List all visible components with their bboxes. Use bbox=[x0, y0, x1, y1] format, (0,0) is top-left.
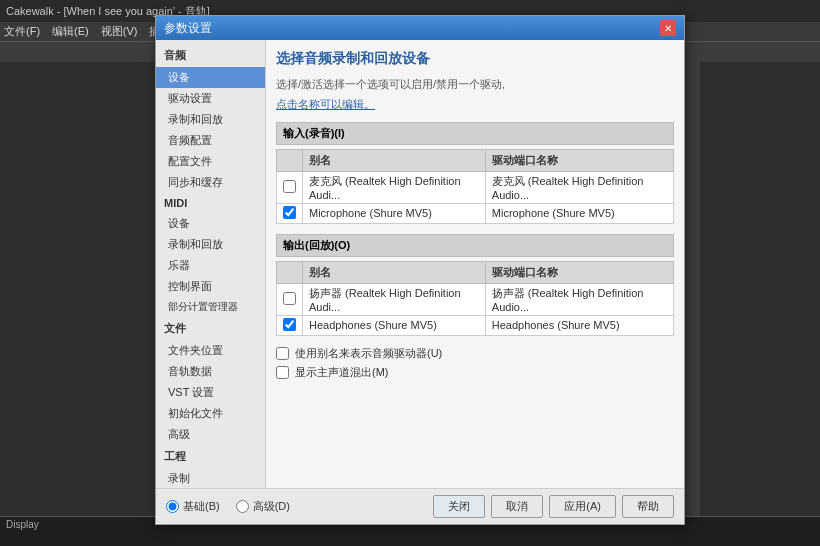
content-desc2[interactable]: 点击名称可以编辑。 bbox=[276, 97, 674, 112]
sidebar-item-track-data[interactable]: 音轨数据 bbox=[156, 361, 265, 382]
sidebar-item-driver-settings[interactable]: 驱动设置 bbox=[156, 88, 265, 109]
sidebar-item-record-playback[interactable]: 录制和回放 bbox=[156, 109, 265, 130]
output-device-2-checkbox-cell[interactable] bbox=[277, 315, 303, 335]
sidebar-item-audio-config[interactable]: 音频配置 bbox=[156, 130, 265, 151]
show-master-label: 显示主声道混出(M) bbox=[295, 365, 389, 380]
help-button[interactable]: 帮助 bbox=[622, 495, 674, 518]
output-device-table: 别名 驱动端口名称 扬声器 (Realtek High Definition A… bbox=[276, 261, 674, 336]
apply-button[interactable]: 应用(A) bbox=[549, 495, 616, 518]
input-device-2-checkbox[interactable] bbox=[283, 206, 296, 219]
input-table-check-header bbox=[277, 149, 303, 171]
output-device-2-driver[interactable]: Headphones (Shure MV5) bbox=[485, 315, 673, 335]
menu-view[interactable]: 视图(V) bbox=[101, 24, 138, 39]
table-row: 麦克风 (Realtek High Definition Audi... 麦克风… bbox=[277, 171, 674, 203]
sidebar-item-midi-record[interactable]: 录制和回放 bbox=[156, 234, 265, 255]
input-device-2-checkbox-cell[interactable] bbox=[277, 203, 303, 223]
output-device-1-name[interactable]: 扬声器 (Realtek High Definition Audi... bbox=[303, 283, 486, 315]
sidebar-item-record[interactable]: 录制 bbox=[156, 468, 265, 488]
show-master-checkbox[interactable] bbox=[276, 366, 289, 379]
dialog-sidebar: 音频 设备 驱动设置 录制和回放 音频配置 配置文件 同步和缓存 MIDI 设备… bbox=[156, 40, 266, 488]
radio-advanced: 高级(D) bbox=[236, 499, 290, 514]
output-table-name-header: 别名 bbox=[303, 261, 486, 283]
input-table-name-header: 别名 bbox=[303, 149, 486, 171]
input-device-table: 别名 驱动端口名称 麦克风 (Realtek High Definition A… bbox=[276, 149, 674, 224]
radio-basic: 基础(B) bbox=[166, 499, 220, 514]
output-device-1-checkbox[interactable] bbox=[283, 292, 296, 305]
sidebar-item-vst-settings[interactable]: VST 设置 bbox=[156, 382, 265, 403]
dialog-main-content: 选择音频录制和回放设备 选择/激活选择一个选项可以启用/禁用一个驱动, 点击名称… bbox=[266, 40, 684, 488]
input-device-1-checkbox-cell[interactable] bbox=[277, 171, 303, 203]
content-desc1: 选择/激活选择一个选项可以启用/禁用一个驱动, bbox=[276, 76, 674, 93]
sidebar-item-partial-manager[interactable]: 部分计置管理器 bbox=[156, 297, 265, 317]
input-device-1-checkbox[interactable] bbox=[283, 180, 296, 193]
dialog-footer-left: 基础(B) 高级(D) bbox=[166, 499, 290, 514]
sidebar-section-file: 文件 bbox=[156, 317, 265, 340]
output-table-check-header bbox=[277, 261, 303, 283]
cancel-button[interactable]: 取消 bbox=[491, 495, 543, 518]
output-section-label: 输出(回放)(O) bbox=[276, 234, 674, 257]
daw-right-panel bbox=[700, 62, 820, 516]
sidebar-item-device[interactable]: 设备 bbox=[156, 67, 265, 88]
sidebar-item-midi-device[interactable]: 设备 bbox=[156, 213, 265, 234]
dialog-titlebar: 参数设置 ✕ bbox=[156, 16, 684, 40]
close-button[interactable]: 关闭 bbox=[433, 495, 485, 518]
input-device-2-name[interactable]: Microphone (Shure MV5) bbox=[303, 203, 486, 223]
sidebar-section-project: 工程 bbox=[156, 445, 265, 468]
sidebar-item-folder-location[interactable]: 文件夹位置 bbox=[156, 340, 265, 361]
sidebar-section-midi: MIDI bbox=[156, 193, 265, 213]
radio-advanced-label: 高级(D) bbox=[253, 499, 290, 514]
sidebar-item-config-file[interactable]: 配置文件 bbox=[156, 151, 265, 172]
input-device-1-name[interactable]: 麦克风 (Realtek High Definition Audi... bbox=[303, 171, 486, 203]
radio-advanced-input[interactable] bbox=[236, 500, 249, 513]
output-device-1-checkbox-cell[interactable] bbox=[277, 283, 303, 315]
output-device-2-name[interactable]: Headphones (Shure MV5) bbox=[303, 315, 486, 335]
sidebar-item-init-files[interactable]: 初始化文件 bbox=[156, 403, 265, 424]
menu-edit[interactable]: 编辑(E) bbox=[52, 24, 89, 39]
radio-basic-label: 基础(B) bbox=[183, 499, 220, 514]
output-device-1-driver[interactable]: 扬声器 (Realtek High Definition Audio... bbox=[485, 283, 673, 315]
dialog-close-button[interactable]: ✕ bbox=[660, 20, 676, 36]
dialog-footer: 基础(B) 高级(D) 关闭 取消 应用(A) 帮助 bbox=[156, 488, 684, 524]
input-device-2-driver[interactable]: Microphone (Shure MV5) bbox=[485, 203, 673, 223]
input-section-label: 输入(录音)(I) bbox=[276, 122, 674, 145]
menu-file[interactable]: 文件(F) bbox=[4, 24, 40, 39]
output-device-2-checkbox[interactable] bbox=[283, 318, 296, 331]
sidebar-section-audio: 音频 bbox=[156, 44, 265, 67]
input-table-driver-header: 驱动端口名称 bbox=[485, 149, 673, 171]
sidebar-item-sync-cache[interactable]: 同步和缓存 bbox=[156, 172, 265, 193]
footer-option-2: 显示主声道混出(M) bbox=[276, 365, 674, 380]
sidebar-item-instruments[interactable]: 乐器 bbox=[156, 255, 265, 276]
sidebar-item-advanced[interactable]: 高级 bbox=[156, 424, 265, 445]
output-table-driver-header: 驱动端口名称 bbox=[485, 261, 673, 283]
footer-option-1: 使用别名来表示音频驱动器(U) bbox=[276, 346, 674, 361]
footer-options: 使用别名来表示音频驱动器(U) 显示主声道混出(M) bbox=[276, 346, 674, 380]
table-row: 扬声器 (Realtek High Definition Audi... 扬声器… bbox=[277, 283, 674, 315]
daw-status: Display bbox=[0, 517, 45, 532]
table-row: Microphone (Shure MV5) Microphone (Shure… bbox=[277, 203, 674, 223]
use-alias-checkbox[interactable] bbox=[276, 347, 289, 360]
radio-basic-input[interactable] bbox=[166, 500, 179, 513]
dialog-body: 音频 设备 驱动设置 录制和回放 音频配置 配置文件 同步和缓存 MIDI 设备… bbox=[156, 40, 684, 488]
sidebar-item-control-interface[interactable]: 控制界面 bbox=[156, 276, 265, 297]
input-device-1-driver[interactable]: 麦克风 (Realtek High Definition Audio... bbox=[485, 171, 673, 203]
preferences-dialog: 参数设置 ✕ 音频 设备 驱动设置 录制和回放 音频配置 配置文件 同步和缓存 … bbox=[155, 15, 685, 525]
dialog-title: 参数设置 bbox=[164, 20, 212, 37]
table-row: Headphones (Shure MV5) Headphones (Shure… bbox=[277, 315, 674, 335]
use-alias-label: 使用别名来表示音频驱动器(U) bbox=[295, 346, 442, 361]
content-title: 选择音频录制和回放设备 bbox=[276, 50, 674, 68]
